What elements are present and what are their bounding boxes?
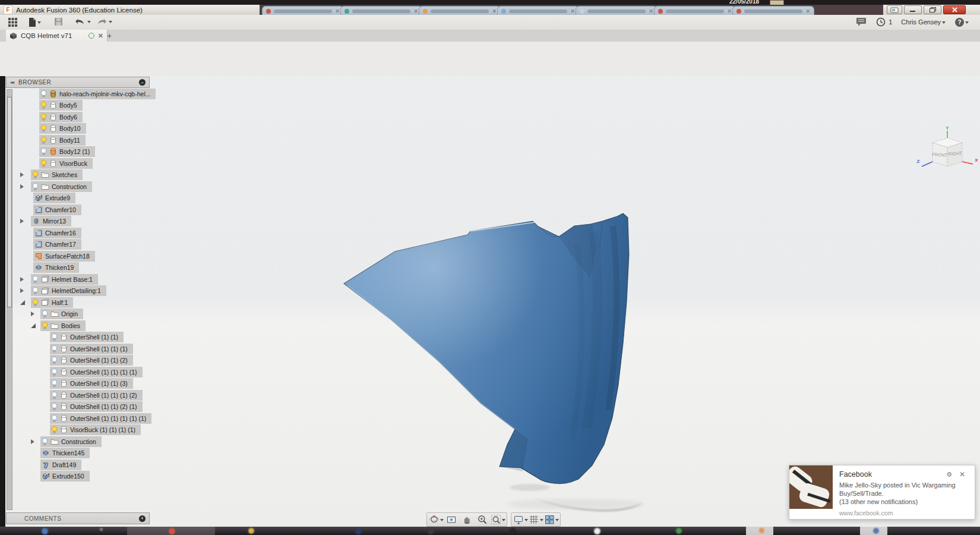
taskbar-app-icon[interactable] bbox=[594, 528, 600, 534]
redo-button[interactable] bbox=[95, 17, 113, 26]
taskbar-app-icon[interactable] bbox=[42, 528, 48, 534]
close-tab-icon[interactable]: ✕ bbox=[98, 32, 103, 40]
tree-item[interactable]: halo-reach-mjolnir-mkv-cqb-hel... bbox=[39, 89, 156, 99]
tree-row[interactable]: halo-reach-mjolnir-mkv-cqb-hel... bbox=[6, 88, 208, 100]
collapse-panel-icon[interactable]: ◂◂ bbox=[10, 80, 14, 85]
visibility-bulb-icon[interactable] bbox=[51, 345, 58, 353]
tree-item[interactable]: OuterShell (1) (1) (1) (1) (1) bbox=[50, 413, 151, 424]
visibility-bulb-icon[interactable] bbox=[51, 368, 58, 376]
taskbar-app-icon[interactable] bbox=[510, 528, 516, 534]
tree-item[interactable]: Construction bbox=[31, 181, 92, 192]
view-cube[interactable]: FRONT RIGHT Y Z X bbox=[915, 126, 980, 178]
visibility-bulb-icon[interactable] bbox=[40, 159, 47, 168]
tree-item[interactable]: OuterShell (1) (1) (1) (2) bbox=[50, 390, 143, 401]
background-browser-tab[interactable]: ✕ bbox=[419, 6, 501, 15]
help-menu[interactable]: ? bbox=[954, 17, 969, 27]
taskbar-app-icon[interactable] bbox=[248, 528, 254, 534]
tree-row[interactable]: OuterShell (1) (1) (2) (1) bbox=[6, 401, 208, 413]
tree-row[interactable]: OuterShell (1) (1) (1) (2) bbox=[6, 389, 208, 401]
visibility-bulb-icon[interactable] bbox=[51, 414, 58, 423]
tree-row[interactable]: OuterShell (1) (1) (3) bbox=[6, 378, 208, 390]
taskbar-app-icon[interactable] bbox=[355, 528, 362, 534]
display-settings-button[interactable] bbox=[513, 514, 528, 525]
tree-item[interactable]: HelmetDetailing:1 bbox=[31, 285, 106, 296]
visibility-bulb-icon[interactable] bbox=[40, 124, 47, 133]
tree-item[interactable]: SurfacePatch18 bbox=[33, 251, 95, 262]
tree-row[interactable]: Origin bbox=[6, 309, 208, 320]
tree-item[interactable]: Body11 bbox=[39, 135, 86, 146]
tab-close-icon[interactable]: ✕ bbox=[570, 8, 575, 14]
background-browser-tab[interactable]: ✕ bbox=[340, 6, 422, 15]
tab-close-icon[interactable]: ✕ bbox=[492, 8, 497, 14]
visibility-bulb-icon[interactable] bbox=[32, 171, 39, 179]
tree-row[interactable]: Thicken145 bbox=[6, 448, 208, 460]
orbit-button[interactable] bbox=[428, 514, 444, 525]
visibility-bulb-icon[interactable] bbox=[40, 147, 47, 156]
visibility-bulb-icon[interactable] bbox=[40, 90, 47, 98]
taskbar-app-icon[interactable] bbox=[759, 528, 764, 533]
tree-row[interactable]: Extrude150 bbox=[6, 471, 208, 483]
tree-item[interactable]: Thicken19 bbox=[33, 262, 79, 273]
minimize-button[interactable] bbox=[904, 5, 922, 14]
visibility-bulb-icon[interactable] bbox=[40, 101, 47, 109]
tree-row[interactable]: Mirror13 bbox=[6, 216, 208, 228]
tree-row[interactable]: SurfacePatch18 bbox=[6, 250, 208, 262]
visibility-bulb-icon[interactable] bbox=[42, 438, 48, 446]
tree-row[interactable]: Helmet Base:1 bbox=[6, 273, 208, 285]
tree-item[interactable]: OuterShell (1) (1) (1) (1) bbox=[50, 367, 143, 377]
fit-button[interactable] bbox=[490, 514, 505, 525]
background-browser-tab[interactable]: ✕ bbox=[497, 6, 579, 15]
notification-close-icon[interactable]: ✕ bbox=[956, 470, 969, 479]
tab-close-icon[interactable]: ✕ bbox=[413, 8, 418, 14]
tree-item[interactable]: Body5 bbox=[39, 100, 83, 111]
expand-arrow-icon[interactable] bbox=[20, 184, 24, 189]
tree-item[interactable]: Mirror13 bbox=[31, 216, 71, 226]
file-menu-button[interactable] bbox=[27, 17, 42, 28]
tree-row[interactable]: Construction bbox=[6, 436, 208, 448]
background-browser-tab[interactable]: ✕ bbox=[262, 6, 344, 15]
visibility-bulb-icon[interactable] bbox=[42, 310, 48, 318]
background-browser-tab[interactable]: ✕ bbox=[732, 6, 814, 15]
visibility-bulb-icon[interactable] bbox=[51, 402, 58, 411]
tree-row[interactable]: Chamfer16 bbox=[6, 227, 208, 239]
tree-item[interactable]: OuterShell (1) (1) (3) bbox=[50, 378, 133, 389]
tab-close-icon[interactable]: ✕ bbox=[649, 8, 653, 14]
expand-arrow-icon[interactable] bbox=[20, 277, 24, 282]
tree-row[interactable]: Body5 bbox=[6, 100, 208, 112]
tree-row[interactable]: VisorBuck bbox=[6, 158, 208, 169]
tab-close-icon[interactable]: ✕ bbox=[805, 8, 810, 14]
tree-row[interactable]: Body6 bbox=[6, 111, 208, 123]
tree-item[interactable]: Origin bbox=[40, 309, 83, 319]
browser-panel-header[interactable]: ◂◂ BROWSER − bbox=[6, 77, 150, 88]
tree-item[interactable]: Body12 (1) bbox=[39, 146, 95, 157]
tree-row[interactable]: Construction bbox=[6, 181, 208, 193]
taskbar-app-icon[interactable] bbox=[100, 528, 103, 531]
tree-row[interactable]: OuterShell (1) (1) (1) (1) bbox=[6, 366, 208, 378]
visibility-bulb-icon[interactable] bbox=[51, 379, 58, 388]
tree-item[interactable]: Helmet Base:1 bbox=[31, 274, 98, 285]
scrollbar-thumb[interactable] bbox=[7, 97, 12, 307]
expand-arrow-icon[interactable] bbox=[20, 219, 24, 224]
tree-item[interactable]: OuterShell (1) (1) (1) bbox=[50, 344, 133, 354]
tree-row[interactable]: OuterShell (1) (1) (1) bbox=[6, 343, 208, 355]
helmet-model[interactable] bbox=[321, 131, 659, 523]
tree-row[interactable]: Body11 bbox=[6, 134, 208, 146]
visibility-bulb-icon[interactable] bbox=[40, 136, 47, 144]
tree-row[interactable]: Thicken19 bbox=[6, 262, 208, 274]
tree-item[interactable]: OuterShell (1) (1) bbox=[50, 332, 124, 342]
tree-item[interactable]: OuterShell (1) (1) (2) (1) bbox=[50, 401, 143, 412]
tree-row[interactable]: VisorBuck (1) (1) (1) (1) bbox=[6, 424, 208, 436]
tree-item[interactable]: VisorBuck (1) (1) (1) (1) bbox=[50, 424, 141, 435]
background-browser-tab[interactable]: ✕ bbox=[576, 6, 657, 15]
tree-item[interactable]: Body10 bbox=[39, 123, 86, 134]
tree-item[interactable]: Chamfer17 bbox=[33, 239, 81, 250]
user-menu[interactable]: Chris Gensey bbox=[900, 18, 946, 26]
tree-item[interactable]: Bodies bbox=[40, 320, 86, 331]
background-browser-tabs[interactable]: ✕✕✕✕✕✕✕ bbox=[260, 5, 883, 15]
viewports-button[interactable] bbox=[543, 514, 559, 525]
tab-close-icon[interactable]: ✕ bbox=[335, 8, 340, 14]
tree-row[interactable]: Body12 (1) bbox=[6, 146, 208, 158]
tree-item[interactable]: VisorBuck bbox=[39, 158, 93, 169]
comment-bubble-icon[interactable] bbox=[855, 17, 867, 27]
job-status-clock-icon[interactable] bbox=[875, 17, 886, 27]
